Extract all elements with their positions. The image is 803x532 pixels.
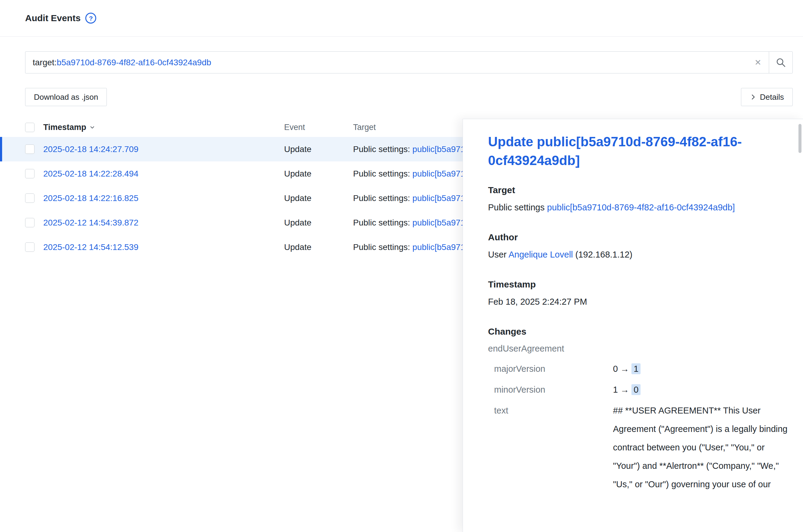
details-panel: Update public[b5a9710d-8769-4f82-af16-0c…	[463, 119, 803, 532]
row-checkbox[interactable]	[25, 243, 35, 252]
new-value: 0	[632, 384, 640, 395]
timestamp-link[interactable]: 2025-02-18 14:22:16.825	[43, 193, 139, 203]
timestamp-column-header[interactable]: Timestamp	[35, 123, 284, 132]
row-checkbox[interactable]	[25, 169, 35, 178]
search-icon	[776, 57, 786, 68]
timestamp-heading: Timestamp	[488, 279, 791, 289]
arrow-right-icon: →	[620, 364, 629, 374]
timestamp-value: Feb 18, 2025 2:24:27 PM	[488, 292, 788, 311]
details-title: Update public[b5a9710d-8769-4f82-af16-0c…	[488, 132, 775, 170]
change-value-text: ## **USER AGREEMENT** This User Agreemen…	[613, 401, 791, 494]
target-value-prefix: Public settings	[488, 203, 547, 212]
changes-group-label: endUserAgreement	[488, 340, 791, 357]
event-cell: Update	[284, 218, 353, 228]
author-ip: (192.168.1.12)	[573, 250, 633, 259]
author-value: User Angelique Lovell (192.168.1.12)	[488, 245, 788, 264]
timestamp-link[interactable]: 2025-02-12 14:54:12.539	[43, 243, 139, 252]
chevron-right-icon	[750, 94, 756, 100]
event-cell: Update	[284, 169, 353, 179]
chevron-down-icon	[89, 124, 95, 130]
change-value: 1 → 0	[613, 381, 791, 399]
target-prefix: Public settings:	[353, 145, 413, 154]
change-row-text: text ## **USER AGREEMENT** This User Agr…	[488, 401, 791, 494]
change-row-minor-version: minorVersion 1 → 0	[488, 381, 791, 399]
change-key: text	[488, 401, 613, 494]
author-heading: Author	[488, 232, 791, 243]
changes-section: Changes endUserAgreement majorVersion 0 …	[488, 326, 791, 494]
audit-events-page: Audit Events ? target: b5a9710d-8769-4f8…	[0, 0, 803, 532]
event-cell: Update	[284, 193, 353, 203]
timestamp-link[interactable]: 2025-02-18 14:22:28.494	[43, 169, 139, 179]
page-header: Audit Events ?	[0, 0, 803, 37]
event-column-header: Event	[284, 123, 353, 132]
author-user-link[interactable]: Angelique Lovell	[509, 250, 573, 259]
close-icon: ✕	[754, 58, 762, 68]
timestamp-link[interactable]: 2025-02-12 14:54:39.872	[43, 218, 139, 228]
timestamp-section: Timestamp Feb 18, 2025 2:24:27 PM	[488, 279, 791, 311]
page-title: Audit Events	[25, 13, 80, 23]
event-cell: Update	[284, 243, 353, 252]
target-prefix: Public settings:	[353, 193, 413, 203]
timestamp-link[interactable]: 2025-02-18 14:24:27.709	[43, 145, 139, 154]
details-toggle-button[interactable]: Details	[741, 88, 793, 106]
author-section: Author User Angelique Lovell (192.168.1.…	[488, 232, 791, 264]
target-prefix: Public settings:	[353, 218, 413, 227]
author-value-prefix: User	[488, 250, 509, 259]
actions-row: Download as .json Details	[25, 88, 793, 106]
clear-search-button[interactable]: ✕	[747, 52, 769, 73]
header-checkbox-cell	[25, 123, 35, 132]
change-key: minorVersion	[488, 381, 613, 399]
row-checkbox[interactable]	[25, 145, 35, 154]
row-checkbox[interactable]	[25, 193, 35, 203]
search-button[interactable]	[769, 52, 792, 73]
target-value: Public settings public[b5a9710d-8769-4f8…	[488, 198, 788, 216]
help-icon[interactable]: ?	[85, 13, 96, 23]
search-query-prefix: target:	[33, 58, 57, 68]
target-value-link[interactable]: public[b5a9710d-8769-4f82-af16-0cf43924a…	[547, 203, 735, 212]
change-key: majorVersion	[488, 360, 613, 378]
search-query-value: b5a9710d-8769-4f82-af16-0cf43924a9db	[57, 58, 211, 68]
changes-heading: Changes	[488, 326, 791, 337]
change-row-major-version: majorVersion 0 → 1	[488, 360, 791, 378]
row-checkbox[interactable]	[25, 218, 35, 227]
search-input[interactable]: target: b5a9710d-8769-4f82-af16-0cf43924…	[25, 52, 747, 73]
target-section: Target Public settings public[b5a9710d-8…	[488, 185, 791, 216]
new-value: 1	[632, 363, 640, 374]
select-all-checkbox[interactable]	[25, 123, 35, 132]
target-prefix: Public settings:	[353, 169, 413, 178]
old-value: 0	[613, 364, 618, 374]
target-prefix: Public settings:	[353, 243, 413, 252]
panel-scrollbar-thumb[interactable]	[799, 124, 802, 153]
download-json-label: Download as .json	[34, 93, 98, 102]
arrow-right-icon: →	[620, 385, 629, 395]
details-label: Details	[760, 93, 784, 102]
change-value: 0 → 1	[613, 360, 791, 378]
target-heading: Target	[488, 185, 791, 195]
event-cell: Update	[284, 145, 353, 154]
timestamp-header-label: Timestamp	[43, 123, 86, 132]
old-value: 1	[613, 385, 618, 395]
search-bar: target: b5a9710d-8769-4f82-af16-0cf43924…	[25, 51, 793, 73]
download-json-button[interactable]: Download as .json	[25, 88, 107, 106]
